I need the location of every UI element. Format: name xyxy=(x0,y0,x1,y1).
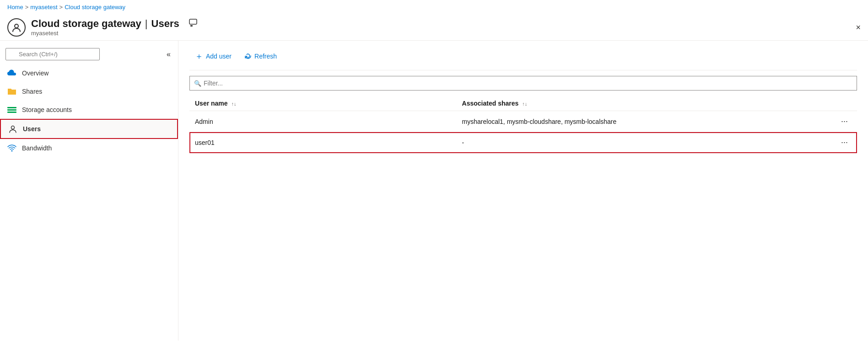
close-button[interactable]: × xyxy=(856,23,861,32)
resource-icon xyxy=(7,18,26,37)
content-area: ＋ Add user Refresh 🔍 xyxy=(178,41,868,341)
filter-row: 🔍 xyxy=(189,76,857,91)
header-title-sep: | xyxy=(145,18,148,30)
breadcrumb-tenant[interactable]: myasetest xyxy=(30,4,57,11)
cell-username-admin: Admin xyxy=(189,111,457,132)
refresh-icon xyxy=(244,52,252,61)
add-user-label: Add user xyxy=(206,53,232,60)
svg-point-0 xyxy=(15,24,18,28)
feedback-icon[interactable] xyxy=(189,18,198,30)
refresh-button[interactable]: Refresh xyxy=(239,49,282,64)
sidebar-search-input[interactable] xyxy=(5,48,100,60)
sidebar-item-bandwidth-label: Bandwidth xyxy=(22,144,52,152)
sort-icon-shares[interactable]: ↑↓ xyxy=(522,101,527,107)
filter-input[interactable] xyxy=(189,76,857,91)
users-table: User name ↑↓ Associated shares ↑↓ Admin … xyxy=(189,96,857,153)
cell-shares-admin: mysharelocal1, mysmb-cloudshare, mysmb-l… xyxy=(457,111,824,132)
refresh-label: Refresh xyxy=(254,53,277,60)
sidebar-item-users[interactable]: Users xyxy=(0,119,178,139)
header-subtitle: myasetest xyxy=(31,30,198,37)
table-header-row: User name ↑↓ Associated shares ↑↓ xyxy=(189,96,857,111)
sidebar-item-bandwidth[interactable]: Bandwidth xyxy=(0,139,178,157)
breadcrumb-sep1: > xyxy=(25,4,29,11)
sidebar-item-storage-accounts[interactable]: Storage accounts xyxy=(0,101,178,119)
user-icon xyxy=(8,124,17,133)
column-header-shares[interactable]: Associated shares ↑↓ xyxy=(457,96,824,111)
row-menu-button-user01[interactable]: ··· xyxy=(837,137,852,148)
sidebar-collapse-button[interactable]: « xyxy=(165,48,173,60)
toolbar: ＋ Add user Refresh xyxy=(189,48,857,70)
sidebar-item-storage-accounts-label: Storage accounts xyxy=(22,106,72,113)
add-icon: ＋ xyxy=(195,51,203,62)
sidebar-search-row: 🔍 « xyxy=(0,44,178,64)
column-header-username[interactable]: User name ↑↓ xyxy=(189,96,457,111)
folder-icon xyxy=(7,87,16,96)
cell-shares-user01: - xyxy=(457,132,824,153)
sidebar-item-overview-label: Overview xyxy=(22,69,49,77)
sort-icon-username[interactable]: ↑↓ xyxy=(231,101,236,107)
svg-point-3 xyxy=(11,126,15,129)
breadcrumb-sep2: > xyxy=(59,4,63,11)
sidebar: 🔍 « Overview Shares xyxy=(0,41,178,341)
filter-input-wrap: 🔍 xyxy=(189,76,857,91)
svg-rect-2 xyxy=(190,25,193,27)
sidebar-item-shares[interactable]: Shares xyxy=(0,82,178,101)
header-title-section: Users xyxy=(151,18,179,30)
sidebar-item-overview[interactable]: Overview xyxy=(0,64,178,82)
sidebar-search-wrap: 🔍 xyxy=(5,48,161,60)
cell-actions-user01: ··· xyxy=(824,132,857,153)
breadcrumb-home[interactable]: Home xyxy=(7,4,23,11)
wifi-icon xyxy=(7,144,16,153)
main-layout: 🔍 « Overview Shares xyxy=(0,41,868,341)
row-menu-button-admin[interactable]: ··· xyxy=(837,116,852,127)
column-header-actions xyxy=(824,96,857,111)
header-title-block: Cloud storage gateway | Users myasetest xyxy=(31,18,198,37)
breadcrumb: Home > myasetest > Cloud storage gateway xyxy=(0,0,868,14)
sidebar-item-users-label: Users xyxy=(23,125,41,133)
header-title: Cloud storage gateway | Users xyxy=(31,18,198,30)
cloud-icon xyxy=(7,69,16,78)
table-row-user01: user01 - ··· xyxy=(189,132,857,153)
cell-username-user01: user01 xyxy=(189,132,457,153)
cell-actions-admin: ··· xyxy=(824,111,857,132)
add-user-button[interactable]: ＋ Add user xyxy=(189,48,237,64)
header-title-main: Cloud storage gateway xyxy=(31,18,141,30)
svg-point-4 xyxy=(11,150,13,152)
table-row: Admin mysharelocal1, mysmb-cloudshare, m… xyxy=(189,111,857,132)
svg-rect-1 xyxy=(189,19,197,24)
page-header: Cloud storage gateway | Users myasetest … xyxy=(0,14,868,41)
breadcrumb-current[interactable]: Cloud storage gateway xyxy=(65,4,125,11)
storage-icon xyxy=(7,105,16,114)
sidebar-item-shares-label: Shares xyxy=(22,88,42,95)
